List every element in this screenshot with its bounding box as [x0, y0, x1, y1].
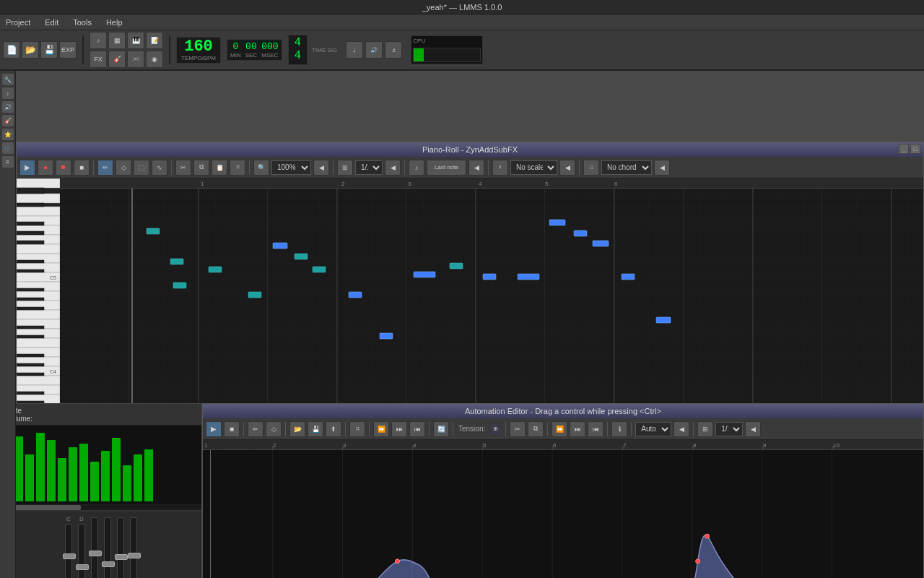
menu-edit[interactable]: Edit	[42, 17, 61, 28]
pr-draw-btn[interactable]: ✏	[97, 160, 113, 176]
auto-copy-btn[interactable]: ⧉	[528, 421, 544, 437]
window-maximize-btn[interactable]: □	[910, 144, 920, 154]
auto-open-btn[interactable]: 📂	[289, 421, 305, 437]
auto-start2-btn[interactable]: ⏮	[588, 421, 603, 437]
open-project-btn[interactable]: 📂	[22, 41, 39, 59]
timesig-display[interactable]: 4 4	[288, 35, 308, 64]
sidebar-icon-3[interactable]: 🔊	[2, 101, 14, 113]
fader-handle-5[interactable]	[128, 553, 141, 558]
menu-help[interactable]: Help	[103, 17, 126, 28]
tempo-display[interactable]: 160 TEMPO/BPM	[176, 37, 221, 64]
pr-quantize-icon[interactable]: ⊞	[337, 160, 353, 176]
sidebar-icon-5[interactable]: ⭐	[2, 129, 14, 140]
pr-select-btn[interactable]: ⬚	[134, 160, 149, 176]
menu-tools[interactable]: Tools	[70, 17, 95, 28]
pr-detuning-btn[interactable]: ∿	[152, 160, 167, 176]
fader-track-4[interactable]	[117, 517, 124, 578]
auto-stop-btn[interactable]: ■	[224, 421, 240, 437]
pr-quantize-dec[interactable]: ◀	[385, 160, 401, 176]
auto-loop-btn[interactable]: 🔄	[433, 421, 449, 437]
fader-track-5[interactable]	[130, 517, 137, 578]
pr-zoom-select[interactable]: 100% 200% 50%	[271, 160, 311, 175]
fader-handle-0[interactable]	[63, 553, 76, 559]
auto-cut-btn[interactable]: ✂	[510, 421, 526, 437]
auto-quantize-dec[interactable]: ◀	[745, 421, 761, 437]
fader-track-0[interactable]	[65, 524, 72, 578]
pr-erase-btn[interactable]: ◇	[116, 160, 131, 176]
pr-play-btn[interactable]: ▶	[19, 160, 35, 176]
piano-keyboard[interactable]: // This will be rendered inline	[17, 178, 60, 415]
auto-play-btn[interactable]: ▶	[206, 421, 222, 437]
new-project-btn[interactable]: 📄	[3, 41, 20, 59]
pr-stop-btn[interactable]: ■	[74, 160, 90, 176]
fader-handle-2[interactable]	[89, 551, 102, 556]
metronome-btn[interactable]: ♩	[346, 41, 363, 59]
auto-draw-btn[interactable]: ✏	[248, 421, 263, 437]
auto-erase-btn[interactable]: ◇	[266, 421, 282, 437]
menu-project[interactable]: Project	[3, 17, 33, 28]
note-grid[interactable]: 1 2 3 4 5 6	[60, 178, 923, 415]
fader-handle-4[interactable]	[115, 554, 128, 560]
song-editor-btn[interactable]: ♪	[90, 32, 107, 49]
automation-content[interactable]: 1 2 3 4 5 6 7 8 9 10	[203, 440, 923, 578]
window-minimize-btn[interactable]: _	[899, 144, 909, 154]
fader-handle-3[interactable]	[102, 561, 115, 567]
sidebar-icon-4[interactable]: 🎸	[2, 115, 14, 126]
fader-track-3[interactable]	[104, 517, 111, 578]
pr-scale-select[interactable]: No scale Major Minor	[510, 160, 557, 175]
project-notes-btn[interactable]: 📝	[146, 32, 163, 49]
auto-mode-select[interactable]: Auto Linear Cubic	[635, 422, 671, 436]
pr-zoom-dec[interactable]: ◀	[313, 160, 329, 176]
grid-area[interactable]	[60, 189, 923, 415]
sep1	[93, 160, 94, 175]
auto-info-btn[interactable]: ℹ	[611, 421, 627, 437]
auto-forward2-btn[interactable]: ⏩	[552, 421, 567, 437]
auto-save-btn[interactable]: 💾	[308, 421, 323, 437]
tension-knob[interactable]: ⊕	[489, 423, 502, 436]
auto-paste-btn[interactable]: ⌗	[349, 421, 365, 437]
pr-quantize-select[interactable]: 1/16 1/8 1/4	[355, 160, 383, 175]
auto-mode-dec[interactable]: ◀	[674, 421, 689, 437]
auto-end-btn[interactable]: ⏭	[391, 421, 407, 437]
pr-chord-select[interactable]: No chord Major Minor	[601, 160, 652, 175]
save-project-btn[interactable]: 💾	[40, 41, 58, 59]
visualization-btn[interactable]: ◉	[146, 51, 163, 68]
pr-cut-btn[interactable]: ✂	[175, 160, 191, 176]
sidebar-icon-1[interactable]: 🔧	[2, 74, 14, 85]
sidebar-icon-6[interactable]: 🎼	[2, 142, 14, 154]
automation-graph[interactable]	[203, 450, 923, 578]
timesig-top: 4	[295, 37, 302, 50]
pr-scale-dec[interactable]: ◀	[559, 160, 575, 176]
auto-end2-btn[interactable]: ⏭	[570, 421, 585, 437]
pr-zoom-btn[interactable]: 🔍	[253, 160, 269, 176]
pr-copy-btn[interactable]: ⧉	[193, 160, 209, 176]
pr-glue-btn[interactable]: ⌗	[230, 160, 245, 176]
auto-quantize-select[interactable]: 1/16 1/8 1/4	[715, 422, 743, 436]
auto-start-btn[interactable]: ⏮	[409, 421, 425, 437]
pr-record-btn[interactable]: ●	[38, 160, 53, 176]
pr-last-note-btn[interactable]: Last note	[427, 160, 466, 176]
vol-scrollbar[interactable]	[1, 505, 201, 511]
volume-control[interactable]: 🔊	[365, 41, 383, 59]
piano-roll-btn[interactable]: 🎹	[127, 32, 144, 49]
volume-bars-area[interactable]	[1, 426, 201, 505]
export-btn[interactable]: EXP	[59, 41, 77, 59]
vol-bar-9	[101, 451, 110, 501]
fader-strip-2	[91, 516, 98, 578]
auto-forward-btn[interactable]: ⏩	[373, 421, 389, 437]
controllers-btn[interactable]: 🎮	[127, 51, 144, 68]
fader-track-2[interactable]	[91, 517, 98, 578]
sidebar-icon-7[interactable]: ≡	[2, 156, 14, 168]
pr-paste-btn[interactable]: 📋	[212, 160, 227, 176]
fader-handle-1[interactable]	[76, 564, 89, 570]
fx-mixer-btn[interactable]: FX	[90, 51, 107, 68]
pr-record-play-btn[interactable]: ⏺	[56, 160, 71, 176]
master-pitch[interactable]: ♬	[385, 41, 402, 59]
pr-last-note-dec[interactable]: ◀	[468, 160, 484, 176]
beat-bassline-btn[interactable]: ▦	[108, 32, 126, 49]
auto-export-btn[interactable]: ⬆	[326, 421, 341, 437]
fader-track-1[interactable]	[78, 524, 85, 578]
sidebar-icon-2[interactable]: ♪	[2, 87, 14, 99]
instruments-btn[interactable]: 🎸	[108, 51, 126, 68]
pr-chord-dec[interactable]: ◀	[654, 160, 670, 176]
